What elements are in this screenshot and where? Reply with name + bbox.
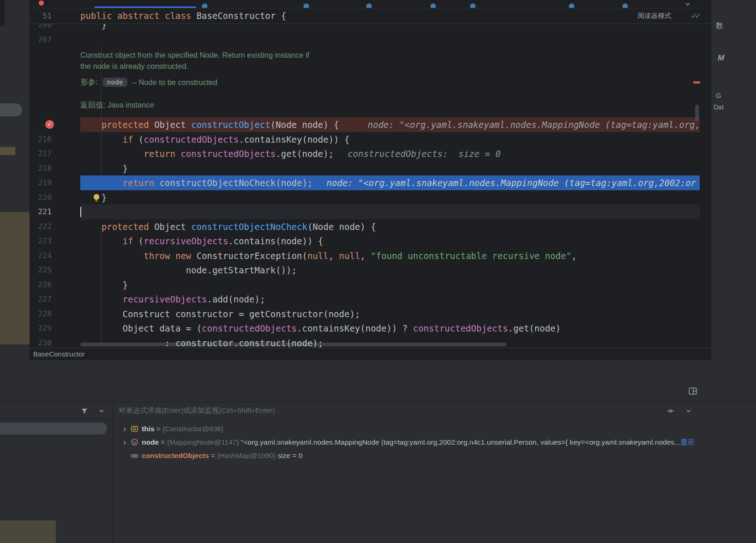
filter-icon[interactable] <box>81 407 88 415</box>
doc-text: the node is already constructed. <box>80 60 657 72</box>
line-number[interactable]: 220 <box>30 190 52 205</box>
code-text: Object data = (constructedObjects.contai… <box>80 321 561 336</box>
code-line-226[interactable]: 226 } <box>30 278 700 292</box>
layout-settings-icon[interactable] <box>689 387 697 395</box>
variables-list[interactable]: this = {Constructor@836}pnode = {Mapping… <box>113 422 756 462</box>
class-icon[interactable] <box>470 3 476 8</box>
code-token <box>80 134 123 145</box>
code-line-222[interactable]: 222 protected Object constructObjectNoCh… <box>30 219 700 234</box>
breadcrumb-item[interactable]: BaseConstructor <box>33 350 85 358</box>
code-token: ConstructorException( <box>191 251 307 261</box>
class-icon[interactable] <box>569 3 575 8</box>
tool-stripe-item[interactable]: G <box>716 91 721 99</box>
line-number[interactable]: 224 <box>30 248 52 263</box>
code-line-223[interactable]: 223 if (recursiveObjects.contains(node))… <box>30 234 700 248</box>
inline-watch-icon[interactable] <box>667 407 674 415</box>
line-number[interactable]: 219 <box>30 175 52 190</box>
line-number[interactable]: 228 <box>30 307 52 321</box>
code-area[interactable]: Construct object from the specified Node… <box>30 0 700 348</box>
chevron-down-icon[interactable] <box>98 407 105 415</box>
class-icon[interactable] <box>430 3 436 8</box>
line-number[interactable]: 230 <box>30 336 52 348</box>
code-token: constructObjectNoCheck <box>191 222 307 232</box>
code-token <box>170 251 175 261</box>
code-line-221[interactable]: 221 <box>30 205 700 219</box>
code-token: throw <box>144 251 170 261</box>
class-icon[interactable] <box>366 3 372 8</box>
line-number[interactable]: 226 <box>30 278 52 292</box>
sticky-header-line[interactable]: 51 public abstract class BaseConstructor… <box>30 8 711 24</box>
variable-row-constructedObjects[interactable]: constructedObjects = {HashMap@1090} size… <box>113 449 756 462</box>
breakpoint-icon[interactable]: ✓ <box>45 120 54 129</box>
line-number[interactable]: 218 <box>30 161 52 176</box>
line-number[interactable]: 223 <box>30 234 52 248</box>
code-line-228[interactable]: 228 Construct constructor = getConstruct… <box>30 307 700 321</box>
code-token <box>175 149 180 159</box>
code-line-breakpoint[interactable]: ✓ protected Object constructObject(Node … <box>30 117 700 132</box>
code-text: if (constructedObjects.containsKey(node)… <box>80 132 349 147</box>
evaluate-expression-input[interactable] <box>119 404 649 417</box>
variable-ref: {MappingNode@1147} <box>167 438 239 446</box>
code-line-219[interactable]: 219 return constructObjectNoCheck(node);… <box>30 175 700 190</box>
code-line-230[interactable]: 230 : constructor.construct(node); <box>30 336 700 348</box>
line-number[interactable]: 225 <box>30 263 52 278</box>
line-number[interactable]: 207 <box>30 32 52 47</box>
error-stripe-mark[interactable] <box>693 81 700 84</box>
code-line-229[interactable]: 229 Object data = (constructedObjects.co… <box>30 321 700 336</box>
expand-chevron-icon[interactable] <box>121 423 131 435</box>
editor-tab-bar[interactable] <box>30 0 711 8</box>
inline-debug-hint: node: "<org.yaml.snakeyaml.nodes.Mapping… <box>368 120 700 130</box>
line-number: 51 <box>30 8 52 24</box>
code-token: public abstract class <box>80 11 191 21</box>
code-line-217[interactable]: 217 return constructedObjects.get(node);… <box>30 146 700 161</box>
line-number[interactable]: 216 <box>30 132 52 147</box>
variable-row-this[interactable]: this = {Constructor@836} <box>113 422 756 435</box>
tool-stripe-item[interactable]: M <box>718 54 724 63</box>
code-token: (Node node) { <box>307 222 376 232</box>
class-icon[interactable] <box>303 3 309 8</box>
code-line-225[interactable]: 225 node.getStartMark()); <box>30 263 700 278</box>
code-token: : constructor.construct(node); <box>80 338 323 348</box>
code-line-207[interactable]: 207 <box>30 32 700 47</box>
line-number[interactable]: 217 <box>30 146 52 161</box>
variable-row-node[interactable]: pnode = {MappingNode@1147} "<org.yaml.sn… <box>113 435 756 449</box>
code-line-216[interactable]: 216 if (constructedObjects.containsKey(n… <box>30 132 700 147</box>
debug-panel: this = {Constructor@836}pnode = {Mapping… <box>0 360 756 543</box>
code-token: protected <box>102 222 149 232</box>
class-icon[interactable] <box>622 3 628 8</box>
code-token: .containsKey(node)) ? <box>297 323 413 333</box>
code-text: Construct constructor = getConstructor(n… <box>80 307 360 321</box>
code-token: new <box>175 251 191 261</box>
code-line-220[interactable]: 220 } <box>30 190 700 205</box>
tool-stripe-item[interactable]: 数 <box>716 21 723 31</box>
sticky-code: public abstract class BaseConstructor { <box>80 8 286 24</box>
variable-name: node <box>142 438 159 446</box>
code-token: } <box>80 163 128 174</box>
variable-name: this <box>142 425 155 433</box>
line-number[interactable]: 227 <box>30 292 52 307</box>
chevron-down-icon[interactable] <box>685 407 692 415</box>
code-line-218[interactable]: 218 } <box>30 161 700 176</box>
checks-passed-icon[interactable]: ✓✓ <box>691 8 699 24</box>
tool-stripe-item[interactable]: Dat <box>714 103 724 111</box>
code-token: constructedObjects <box>202 323 297 333</box>
variable-name: constructedObjects <box>142 452 209 459</box>
code-text: : constructor.construct(node); <box>80 336 323 348</box>
param-icon: p <box>131 437 138 445</box>
hidden-tabs-chevron-icon[interactable] <box>684 0 691 8</box>
svg-text:p: p <box>133 440 136 445</box>
equals-sign: = <box>209 452 217 459</box>
code-line-227[interactable]: 227 recursiveObjects.add(node); <box>30 292 700 307</box>
code-token <box>80 251 144 261</box>
class-icon[interactable] <box>202 3 208 8</box>
project-item-selection[interactable] <box>0 103 22 116</box>
line-number[interactable]: 221 <box>30 205 52 219</box>
code-line-224[interactable]: 224 throw new ConstructorException(null,… <box>30 248 700 263</box>
line-number[interactable]: 222 <box>30 219 52 234</box>
breadcrumb[interactable]: BaseConstructor <box>30 348 711 360</box>
expand-chevron-icon[interactable] <box>121 437 131 449</box>
line-number[interactable]: 229 <box>30 321 52 336</box>
code-token: Construct constructor = getConstructor(n… <box>80 309 360 319</box>
show-more-link[interactable]: 显示 <box>680 438 695 446</box>
selected-frame[interactable] <box>0 422 107 434</box>
